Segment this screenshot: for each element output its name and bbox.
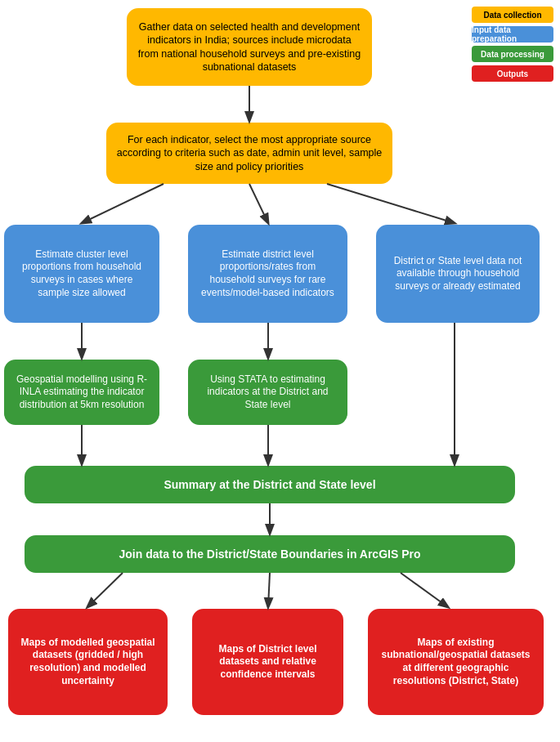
svg-line-12 xyxy=(401,573,448,607)
node-maps-existing: Maps of existing subnational/geospatial … xyxy=(368,609,544,715)
node-gather: Gather data on selected health and devel… xyxy=(127,8,372,86)
svg-line-10 xyxy=(87,573,123,607)
node-geospatial: Geospatial modelling using R-INLA estima… xyxy=(4,360,159,425)
legend-data-processing: Data processing xyxy=(472,46,553,62)
svg-line-3 xyxy=(327,184,455,223)
diagram-container: Data collection Input data preparation D… xyxy=(0,0,560,742)
svg-line-2 xyxy=(249,184,268,223)
node-summary: Summary at the District and State level xyxy=(25,466,515,503)
node-join: Join data to the District/State Boundari… xyxy=(25,535,515,573)
node-stata: Using STATA to estimating indicators at … xyxy=(188,360,347,425)
node-maps-district: Maps of District level datasets and rela… xyxy=(192,609,343,715)
legend-input-data: Input data preparation xyxy=(472,26,553,42)
node-estimate-district: Estimate district level proportions/rate… xyxy=(188,225,347,323)
node-district-state: District or State level data not availab… xyxy=(376,225,540,323)
svg-line-1 xyxy=(82,184,164,223)
legend-outputs: Outputs xyxy=(472,65,553,82)
node-estimate-cluster: Estimate cluster level proportions from … xyxy=(4,225,159,323)
legend-data-collection: Data collection xyxy=(472,7,553,23)
node-maps-modelled: Maps of modelled geospatial datasets (gr… xyxy=(8,609,168,715)
node-select: For each indicator, select the most appr… xyxy=(106,123,392,184)
legend: Data collection Input data preparation D… xyxy=(472,7,553,82)
svg-line-11 xyxy=(268,573,270,607)
